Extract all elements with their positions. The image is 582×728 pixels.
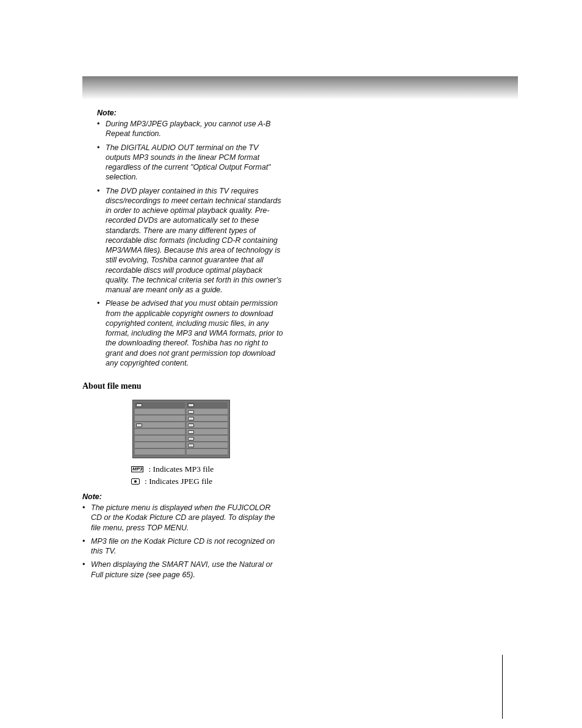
note-item: Please be advised that you must obtain p…: [97, 298, 283, 368]
note-item: MP3 file on the Kodak Picture CD is not …: [82, 536, 284, 557]
mp3-icon: MP3: [131, 466, 143, 472]
note-item: The picture menu is displayed when the F…: [82, 503, 284, 533]
file-menu-graphic: [132, 400, 230, 458]
note-item: During MP3/JPEG playback, you cannot use…: [97, 119, 283, 139]
note-item: The DIGITAL AUDIO OUT terminal on the TV…: [97, 143, 283, 182]
note-list-1: During MP3/JPEG playback, you cannot use…: [82, 119, 522, 368]
jpeg-indicator-label: : Indicates JPEG file: [145, 477, 212, 486]
page-content: Note: During MP3/JPEG playback, you cann…: [82, 109, 522, 583]
jpeg-icon: [131, 478, 140, 485]
note-list-2: The picture menu is displayed when the F…: [82, 503, 522, 580]
note-item: The DVD player contained in this TV requ…: [97, 186, 283, 295]
jpeg-file-indicator-line: : Indicates JPEG file: [131, 477, 522, 486]
note-heading-2: Note:: [82, 492, 522, 501]
mp3-file-indicator-line: MP3 : Indicates MP3 file: [131, 464, 522, 474]
mp3-indicator-label: : Indicates MP3 file: [148, 464, 214, 474]
header-band: [82, 76, 518, 99]
section-heading-about-file-menu: About file menu: [82, 381, 522, 391]
note-item: When displaying the SMART NAVI, use the …: [82, 560, 284, 580]
note-heading-1: Note:: [97, 109, 522, 117]
page-edge-marker: [502, 655, 503, 719]
